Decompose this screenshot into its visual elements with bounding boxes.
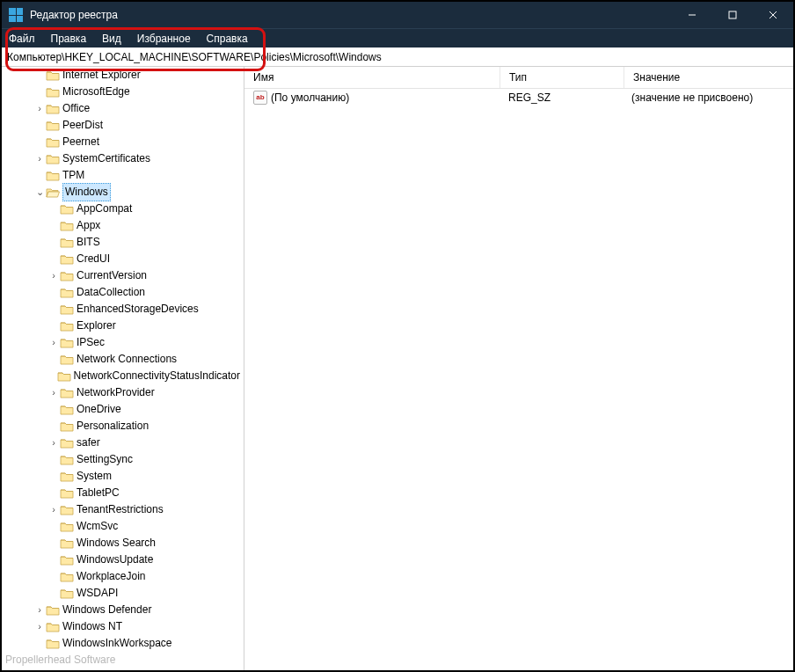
main-split: Internet ExplorerMicrosoftEdge›OfficePee…	[2, 67, 793, 670]
folder-icon	[60, 354, 74, 366]
close-button[interactable]	[753, 2, 793, 28]
tree-node-label: PeerDist	[62, 117, 106, 134]
tree-node[interactable]: WindowsUpdate	[2, 551, 244, 568]
tree-node[interactable]: TabletPC	[2, 485, 244, 501]
window-title: Редактор реестра	[30, 9, 118, 21]
menu-view[interactable]: Вид	[95, 29, 128, 47]
col-value[interactable]: Значение	[624, 67, 793, 88]
col-type[interactable]: Тип	[500, 67, 624, 88]
titlebar: Редактор реестра	[2, 2, 793, 28]
tree-node[interactable]: ⌄Windows	[2, 184, 244, 201]
tree-node-label: Appx	[77, 217, 104, 234]
tree-node[interactable]: WindowsInkWorkspace	[2, 635, 244, 652]
value-row[interactable]: ab(По умолчанию)REG_SZ(значение не присв…	[244, 89, 793, 106]
tree-node[interactable]: NetworkConnectivityStatusIndicator	[2, 368, 244, 384]
tree-node[interactable]: Internet Explorer	[2, 67, 244, 84]
menu-fav[interactable]: Избранное	[130, 29, 198, 47]
tree-node[interactable]: PeerDist	[2, 117, 244, 134]
tree-node-label: SettingSync	[77, 451, 136, 468]
maximize-button[interactable]	[712, 2, 753, 28]
tree-node[interactable]: ›safer	[2, 435, 244, 451]
folder-icon	[60, 471, 74, 483]
tree-node[interactable]: ›Windows Defender	[2, 602, 244, 618]
tree-node[interactable]: BITS	[2, 234, 244, 251]
tree-node-label: Explorer	[77, 318, 120, 334]
registry-editor-window: Редактор реестра Файл Правка Вид Избранн…	[0, 0, 795, 672]
folder-icon	[60, 537, 74, 550]
tree-node[interactable]: SettingSync	[2, 451, 244, 468]
tree-node-label: SystemCertificates	[62, 150, 154, 167]
menu-edit[interactable]: Правка	[44, 29, 94, 47]
folder-icon	[60, 320, 74, 332]
expander-icon[interactable]: ›	[47, 384, 60, 401]
tree-node[interactable]: ›SystemCertificates	[2, 150, 244, 167]
tree-node-label: OneDrive	[77, 401, 125, 418]
tree-node-label: Windows	[62, 183, 111, 201]
tree-node[interactable]: ›Office	[2, 100, 244, 117]
expander-icon[interactable]: ›	[33, 618, 46, 635]
folder-icon	[60, 571, 74, 583]
tree-node-label: Windows Defender	[62, 602, 155, 618]
folder-icon	[60, 554, 74, 566]
tree-node-label: Network Connections	[77, 351, 180, 368]
tree-node[interactable]: ›IPSec	[2, 334, 244, 351]
folder-icon	[60, 303, 74, 316]
menu-file[interactable]: Файл	[2, 29, 42, 47]
tree-node-label: DataCollection	[77, 284, 149, 301]
folder-icon	[60, 437, 74, 449]
tree-node[interactable]: Network Connections	[2, 351, 244, 368]
tree-node[interactable]: DataCollection	[2, 284, 244, 301]
expander-icon[interactable]: ›	[33, 150, 46, 167]
minimize-button[interactable]	[672, 2, 712, 28]
value-data-cell: (значение не присвоено)	[623, 91, 793, 104]
expander-icon[interactable]: ›	[47, 501, 60, 518]
values-pane: Имя Тип Значение ab(По умолчанию)REG_SZ(…	[244, 67, 793, 670]
tree-node[interactable]: Windows Search	[2, 535, 244, 551]
col-name[interactable]: Имя	[244, 67, 500, 88]
tree-node[interactable]: AppCompat	[2, 201, 244, 217]
tree-node-label: WorkplaceJoin	[77, 568, 149, 585]
registry-tree[interactable]: Internet ExplorerMicrosoftEdge›OfficePee…	[2, 67, 244, 670]
folder-icon	[46, 103, 60, 115]
tree-node[interactable]: System	[2, 468, 244, 485]
folder-icon	[60, 203, 74, 215]
tree-node[interactable]: Explorer	[2, 318, 244, 334]
string-value-icon: ab	[253, 91, 267, 105]
folder-icon	[60, 487, 74, 500]
tree-node[interactable]: WorkplaceJoin	[2, 568, 244, 585]
expander-icon[interactable]: ›	[33, 602, 46, 618]
tree-node-label: Internet Explorer	[62, 67, 144, 84]
tree-node[interactable]: ›Windows NT	[2, 618, 244, 635]
tree-node[interactable]: TPM	[2, 167, 244, 184]
folder-icon	[60, 504, 74, 516]
folder-icon	[46, 136, 60, 149]
value-type-cell: REG_SZ	[500, 91, 623, 104]
tree-node-label: safer	[77, 435, 104, 451]
tree-node[interactable]: Peernet	[2, 134, 244, 150]
tree-node[interactable]: WcmSvc	[2, 518, 244, 535]
tree-node[interactable]: MicrosoftEdge	[2, 84, 244, 100]
address-bar-wrap	[2, 47, 793, 67]
tree-node[interactable]: Personalization	[2, 418, 244, 435]
tree-node[interactable]: ›NetworkProvider	[2, 384, 244, 401]
expander-icon[interactable]: ›	[47, 334, 60, 351]
folder-icon	[46, 638, 60, 650]
tree-node[interactable]: Appx	[2, 217, 244, 234]
tree-node[interactable]: EnhancedStorageDevices	[2, 301, 244, 318]
menu-help[interactable]: Справка	[200, 29, 255, 47]
folder-icon	[46, 69, 60, 82]
svg-rect-1	[729, 11, 736, 18]
column-headers: Имя Тип Значение	[244, 67, 793, 89]
tree-node[interactable]: WSDAPI	[2, 585, 244, 602]
expander-icon[interactable]: ›	[47, 267, 60, 284]
expander-icon[interactable]: ›	[33, 100, 46, 117]
address-bar[interactable]	[2, 47, 793, 66]
tree-node[interactable]: ›TenantRestrictions	[2, 501, 244, 518]
tree-node[interactable]: OneDrive	[2, 401, 244, 418]
tree-node[interactable]: ›CurrentVersion	[2, 267, 244, 284]
expander-icon[interactable]: ⌄	[33, 184, 46, 201]
window-controls	[672, 2, 793, 28]
expander-icon[interactable]: ›	[47, 435, 60, 451]
tree-node[interactable]: CredUI	[2, 251, 244, 267]
tree-node-label: IPSec	[77, 334, 108, 351]
